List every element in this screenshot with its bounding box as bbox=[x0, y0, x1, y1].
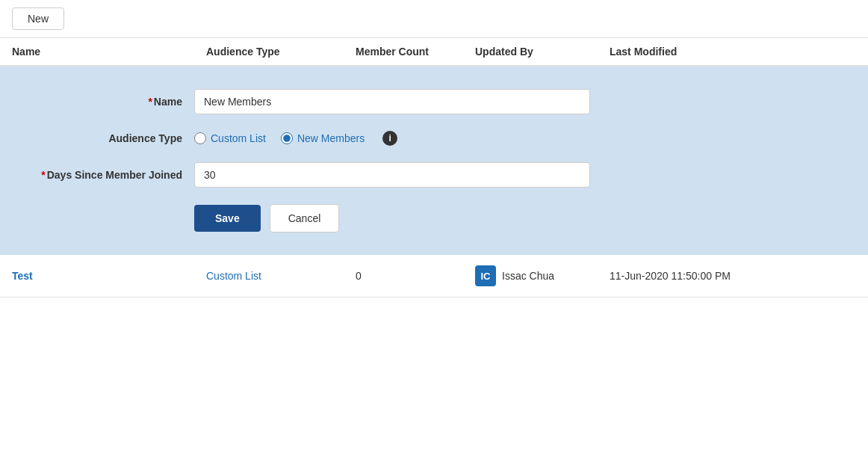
save-button[interactable]: Save bbox=[194, 205, 261, 232]
radio-new-members-label: New Members bbox=[297, 132, 365, 144]
radio-custom-list-input[interactable] bbox=[194, 132, 206, 144]
table-row: Test Custom List 0 IC Issac Chua 11-Jun-… bbox=[0, 255, 868, 298]
col-header-name: Name bbox=[12, 46, 206, 58]
row-name[interactable]: Test bbox=[12, 270, 206, 282]
toolbar: New bbox=[0, 0, 868, 38]
radio-new-members[interactable]: New Members bbox=[281, 132, 365, 144]
col-header-count: Member Count bbox=[356, 46, 475, 58]
form-panel: *Name Audience Type Custom List New Memb… bbox=[0, 67, 868, 255]
row-audience-type: Custom List bbox=[206, 270, 356, 282]
form-name-label: *Name bbox=[30, 96, 194, 108]
radio-custom-list-label: Custom List bbox=[211, 132, 266, 144]
table-body: Test Custom List 0 IC Issac Chua 11-Jun-… bbox=[0, 255, 868, 298]
days-input[interactable] bbox=[194, 162, 590, 188]
name-input[interactable] bbox=[194, 89, 590, 114]
col-header-updated: Updated By bbox=[475, 46, 610, 58]
form-days-row: *Days Since Member Joined bbox=[30, 162, 838, 188]
info-icon: i bbox=[382, 131, 397, 146]
cancel-button[interactable]: Cancel bbox=[270, 204, 340, 232]
form-audience-row: Audience Type Custom List New Members i bbox=[30, 131, 838, 146]
col-header-modified: Last Modified bbox=[610, 46, 856, 58]
table-header: Name Audience Type Member Count Updated … bbox=[0, 38, 868, 67]
avatar: IC bbox=[475, 265, 496, 286]
row-last-modified: 11-Jun-2020 11:50:00 PM bbox=[610, 270, 856, 282]
form-name-row: *Name bbox=[30, 89, 838, 114]
required-indicator-days: * bbox=[41, 169, 45, 181]
radio-group: Custom List New Members i bbox=[194, 131, 397, 146]
radio-custom-list[interactable]: Custom List bbox=[194, 132, 266, 144]
form-audience-label: Audience Type bbox=[30, 132, 194, 144]
new-button[interactable]: New bbox=[12, 7, 64, 30]
col-header-audience: Audience Type bbox=[206, 46, 356, 58]
form-buttons: Save Cancel bbox=[30, 204, 838, 232]
row-member-count: 0 bbox=[356, 270, 475, 282]
radio-new-members-input[interactable] bbox=[281, 132, 293, 144]
form-days-label: *Days Since Member Joined bbox=[30, 169, 194, 181]
updater-name: Issac Chua bbox=[502, 270, 554, 282]
row-updated-by: IC Issac Chua bbox=[475, 265, 610, 286]
required-indicator: * bbox=[148, 96, 152, 108]
